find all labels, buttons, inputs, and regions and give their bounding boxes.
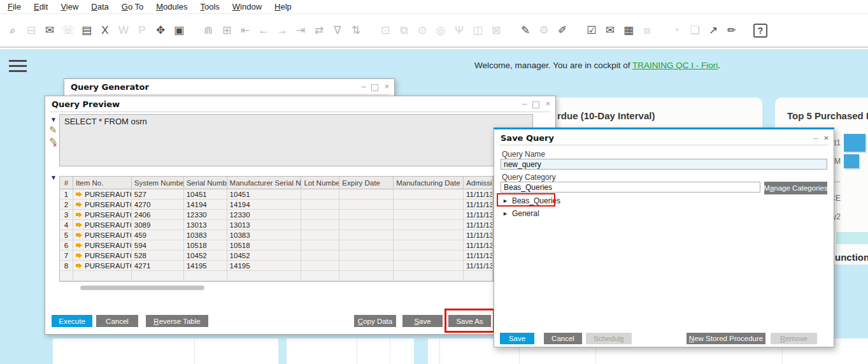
top5-panel-title: Top 5 Purchased It (787, 110, 868, 121)
query-preview-window: Query Preview – × ▼ ✎ ✎✕ SELECT * FROM o… (45, 96, 556, 335)
chart-edit-icon[interactable]: ✏ (724, 22, 739, 39)
column-header[interactable]: # (60, 177, 73, 189)
cancel-button[interactable]: Cancel (96, 315, 138, 327)
move-icon[interactable]: ✥ (153, 22, 168, 39)
email-icon[interactable]: ✉ (42, 22, 57, 39)
save-button[interactable]: Save (500, 333, 534, 344)
link-arrow-icon[interactable] (76, 263, 82, 268)
cancel-button[interactable]: Cancel (544, 333, 582, 344)
schedule-button[interactable]: Schedule (586, 333, 632, 344)
query-preview-titlebar[interactable]: Query Preview – × (45, 96, 555, 112)
remove-button[interactable]: Remove (771, 333, 817, 344)
query-generator-titlebar[interactable]: Query Generator – × (64, 79, 394, 95)
column-header[interactable]: Lot Number (301, 177, 339, 189)
save-query-titlebar[interactable]: Save Query – × (494, 128, 834, 145)
document-in-icon: ⊡ (378, 22, 393, 39)
menu-help[interactable]: Help (268, 1, 298, 13)
calendar-icon[interactable]: ▦ (621, 22, 636, 39)
tree-item-beas_queries[interactable]: ►Beas_Queries (494, 194, 834, 207)
close-icon[interactable]: × (384, 82, 389, 92)
print-layout-icon[interactable]: ▤ (79, 22, 94, 39)
menu-window[interactable]: Window (226, 1, 268, 13)
close-icon[interactable]: × (823, 133, 829, 143)
horizontal-scrollbar[interactable] (80, 286, 204, 290)
link-arrow-icon[interactable] (76, 192, 82, 197)
minimize-icon[interactable]: – (522, 99, 527, 109)
copy-data-button[interactable]: Copy Data (354, 315, 396, 327)
column-header[interactable]: Manufacturing Date (394, 177, 464, 189)
column-header[interactable]: System Number (132, 177, 184, 189)
table-cell (394, 251, 464, 261)
close-icon[interactable]: × (545, 99, 550, 109)
edit-chart-icon[interactable]: ✎ (518, 22, 533, 39)
column-header[interactable]: Manufacturer Serial No. (227, 177, 302, 189)
stock-chart-icon[interactable]: ↗ (706, 22, 721, 39)
table-cell: 10383 (227, 230, 302, 240)
column-header[interactable]: Item No. (73, 177, 132, 189)
filter-icon[interactable]: ∇ (330, 22, 345, 39)
next-record-icon[interactable]: → (274, 22, 290, 39)
link-arrow-icon[interactable] (76, 222, 82, 228)
query-name-input[interactable] (501, 159, 827, 170)
table-row: 7PURSERAUTO528104521045211/11/13 (60, 251, 493, 261)
expand-arrow-icon[interactable]: ► (502, 210, 508, 217)
query-category-input[interactable] (501, 182, 760, 193)
link-arrow-icon[interactable] (76, 243, 82, 248)
alert-message-icon[interactable]: ✉ (602, 22, 618, 39)
refresh-icon[interactable]: ⇄ (311, 22, 327, 39)
link-arrow-icon[interactable] (76, 202, 82, 207)
sql-editor[interactable]: SELECT * FROM osrn (59, 114, 533, 166)
execute-button[interactable]: Execute (52, 315, 92, 327)
toolbar: ⌕⊟✉☏▤XWP✥▣⋒⊞⇤←→⇥⇄∇⇅⊡⧉⊙◎Ψ◫⊠✎⚙✐☑✉▦⧈◔❏↗✏? (0, 14, 868, 48)
table-cell: PURSERAUTO (73, 220, 132, 230)
table-cell (339, 220, 394, 230)
payment-icon: ⊙ (415, 22, 430, 39)
previous-record-icon[interactable]: ← (256, 22, 271, 39)
maximize-icon[interactable] (532, 101, 539, 108)
last-record-icon[interactable]: ⇥ (293, 22, 308, 39)
save-button[interactable]: Save (402, 315, 443, 327)
menu-data[interactable]: Data (85, 1, 115, 13)
table-cell: 10451 (227, 189, 302, 200)
menu-tools[interactable]: Tools (194, 1, 225, 13)
menu-go-to[interactable]: Go To (115, 1, 150, 13)
table-cell: 1 (60, 189, 73, 200)
find-preview-icon[interactable]: ⌕ (5, 22, 20, 39)
link-arrow-icon[interactable] (76, 233, 82, 238)
category-tree: ►Beas_Queries►General (494, 194, 834, 220)
menu-edit[interactable]: Edit (27, 1, 54, 13)
menu-modules[interactable]: Modules (150, 1, 194, 13)
sql-dropdown-icon[interactable]: ▼ (50, 116, 57, 123)
manage-categories-button[interactable]: Manage Categories (764, 182, 827, 194)
export-excel-icon[interactable]: X (97, 22, 113, 39)
approval-document-icon[interactable]: ☑ (584, 22, 599, 39)
balance-icon: Ψ (452, 22, 467, 39)
find-icon[interactable]: ⋒ (201, 22, 216, 39)
link-arrow-icon[interactable] (76, 212, 82, 217)
reverse-table-button[interactable]: Reverse Table (146, 315, 208, 327)
cockpit-link[interactable]: TRAINING QC I - Fiori (632, 61, 718, 70)
link-arrow-icon[interactable] (76, 253, 82, 258)
column-header[interactable]: Serial Number (184, 177, 227, 189)
tree-item-general[interactable]: ►General (494, 207, 834, 220)
menu-file[interactable]: File (1, 1, 27, 13)
table-cell: 10518 (184, 240, 227, 251)
table-cell: 11/11/13 (464, 240, 493, 251)
lock-screen-icon[interactable]: ▣ (171, 22, 187, 39)
menu-view[interactable]: View (54, 1, 85, 13)
add-record-icon[interactable]: ⊞ (219, 22, 234, 39)
maximize-icon[interactable] (371, 84, 378, 91)
first-record-icon[interactable]: ⇤ (238, 22, 253, 39)
sort-icon[interactable]: ⇅ (348, 22, 364, 39)
hamburger-menu-icon[interactable] (9, 60, 27, 75)
table-dropdown-icon[interactable]: ▼ (50, 174, 57, 181)
minimize-icon[interactable]: – (813, 133, 818, 143)
form-tools-icon[interactable]: ✐ (555, 22, 570, 39)
new-stored-procedure-button[interactable]: New Stored Procedure (687, 333, 765, 344)
column-header[interactable]: Admission (464, 177, 493, 189)
column-header[interactable]: Expiry Date (339, 177, 394, 189)
help-icon[interactable]: ? (753, 24, 767, 38)
table-cell: PURSERAUTO (73, 200, 132, 210)
edit-sql-icon[interactable]: ✎ (49, 124, 57, 136)
minimize-icon[interactable]: – (361, 82, 366, 92)
